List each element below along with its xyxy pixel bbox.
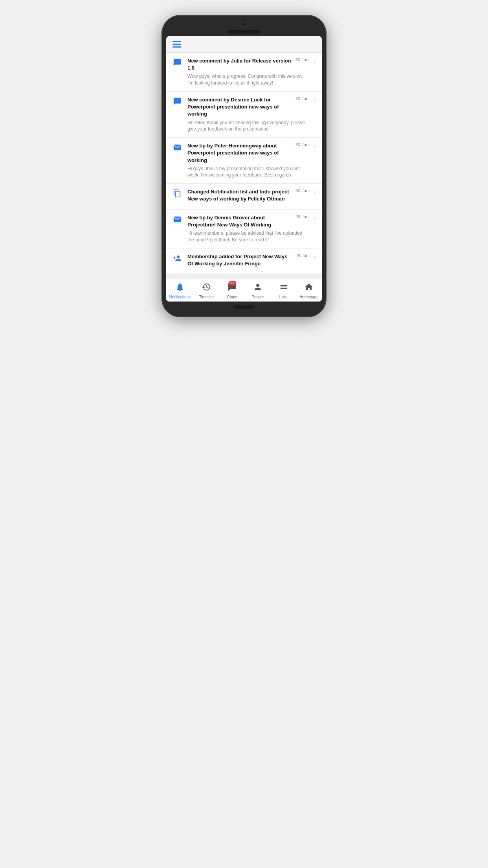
menu-button[interactable] — [172, 41, 181, 48]
nav-label-chats: Chats — [227, 295, 237, 299]
nav-icon-lists — [279, 282, 288, 294]
notif-date-2: 30 Jun — [295, 96, 308, 101]
phone-camera — [242, 22, 246, 27]
nav-label-timeline: Timeline — [199, 295, 214, 299]
notif-title-row-3: New tip by Peter Hemmingway about Powerp… — [187, 142, 308, 164]
notif-title-4: Changed Notification list and todo proje… — [187, 188, 295, 202]
notif-title-6: Membership added for Project New Ways Of… — [187, 253, 295, 267]
nav-label-notifications: Notifications — [169, 295, 191, 299]
notif-chevron-6: › — [312, 254, 318, 260]
notif-icon-copy — [170, 188, 184, 198]
nav-icon-homepage — [304, 282, 314, 294]
phone-home-button[interactable] — [234, 305, 254, 309]
notif-content-1: New comment by Julia for Release version… — [184, 57, 312, 86]
notif-body-1: Wow guys, what a progress. Congrats with… — [187, 73, 308, 86]
notification-item-6[interactable]: Membership added for Project New Ways Of… — [166, 248, 322, 274]
notif-chevron-4: › — [312, 189, 318, 195]
notif-icon-chat — [170, 96, 184, 106]
notif-icon-chat — [170, 57, 184, 67]
notif-icon-mail — [170, 142, 184, 152]
notif-title-row-2: New comment by Desiree Luck for Powerpoi… — [187, 96, 308, 118]
notification-item-2[interactable]: New comment by Desiree Luck for Powerpoi… — [166, 92, 322, 138]
notif-content-3: New tip by Peter Hemmingway about Powerp… — [184, 142, 312, 178]
notif-chevron-1: › — [312, 58, 318, 64]
notif-content-4: Changed Notification list and todo proje… — [184, 188, 312, 204]
notif-title-row-1: New comment by Julia for Release version… — [187, 57, 308, 72]
notif-body-3: Hi guys, this is my presentation that I … — [187, 166, 308, 179]
nav-item-chats[interactable]: 32 Chats — [222, 282, 242, 299]
notif-chevron-3: › — [312, 143, 318, 149]
notif-content-2: New comment by Desiree Luck for Powerpoi… — [184, 96, 312, 132]
notif-title-row-5: New tip by Dennis Grover about Projectbr… — [187, 214, 308, 228]
nav-item-homepage[interactable]: Homepage — [299, 282, 319, 299]
notif-body-5: Hi teammembers, please be advised that I… — [187, 230, 308, 243]
notif-icon-person-add — [170, 253, 184, 263]
notif-icon-mail — [170, 214, 184, 224]
nav-label-lists: Lists — [279, 295, 288, 299]
notif-content-5: New tip by Dennis Grover about Projectbr… — [184, 214, 312, 243]
phone-frame: New comment by Julia for Release version… — [161, 15, 327, 317]
bottom-nav: Notifications Timeline 32 Chats People — [166, 279, 322, 302]
nav-icon-people — [253, 282, 262, 294]
notif-date-1: 30 Jun — [295, 57, 308, 62]
app-header — [166, 36, 322, 53]
nav-item-people[interactable]: People — [248, 282, 268, 299]
notif-title-3: New tip by Peter Hemmingway about Powerp… — [187, 142, 295, 164]
bottom-spacer — [166, 274, 322, 279]
notif-title-1: New comment by Julia for Release version… — [187, 57, 295, 72]
notif-title-5: New tip by Dennis Grover about Projectbr… — [187, 214, 295, 228]
notif-title-row-6: Membership added for Project New Ways Of… — [187, 253, 308, 267]
notif-chevron-5: › — [312, 215, 318, 221]
page-wrapper: New comment by Julia for Release version… — [122, 8, 366, 317]
phone-speaker — [228, 30, 260, 34]
nav-badge-chats: 32 — [229, 281, 236, 285]
nav-label-people: People — [251, 295, 264, 299]
notif-body-2: Hi Peter, thank you for sharing this. @e… — [187, 120, 308, 133]
phone-screen: New comment by Julia for Release version… — [166, 36, 322, 302]
nav-icon-notifications — [175, 282, 185, 294]
notification-item-4[interactable]: Changed Notification list and todo proje… — [166, 184, 322, 209]
notif-date-6: 28 Jun — [295, 253, 308, 258]
notif-date-3: 30 Jun — [295, 142, 308, 147]
notif-date-4: 30 Jun — [295, 188, 308, 193]
nav-label-homepage: Homepage — [299, 295, 319, 299]
notifications-list: New comment by Julia for Release version… — [166, 53, 322, 274]
notification-item-5[interactable]: New tip by Dennis Grover about Projectbr… — [166, 210, 322, 248]
nav-icon-timeline — [202, 282, 211, 294]
nav-item-notifications[interactable]: Notifications — [169, 282, 191, 299]
nav-item-lists[interactable]: Lists — [273, 282, 293, 299]
notif-chevron-2: › — [312, 97, 318, 103]
nav-item-timeline[interactable]: Timeline — [196, 282, 216, 299]
notif-content-6: Membership added for Project New Ways Of… — [184, 253, 312, 269]
notif-date-5: 28 Jun — [295, 214, 308, 219]
notif-title-2: New comment by Desiree Luck for Powerpoi… — [187, 96, 295, 118]
notification-item-3[interactable]: New tip by Peter Hemmingway about Powerp… — [166, 138, 322, 184]
notif-title-row-4: Changed Notification list and todo proje… — [187, 188, 308, 202]
notification-item-1[interactable]: New comment by Julia for Release version… — [166, 53, 322, 92]
